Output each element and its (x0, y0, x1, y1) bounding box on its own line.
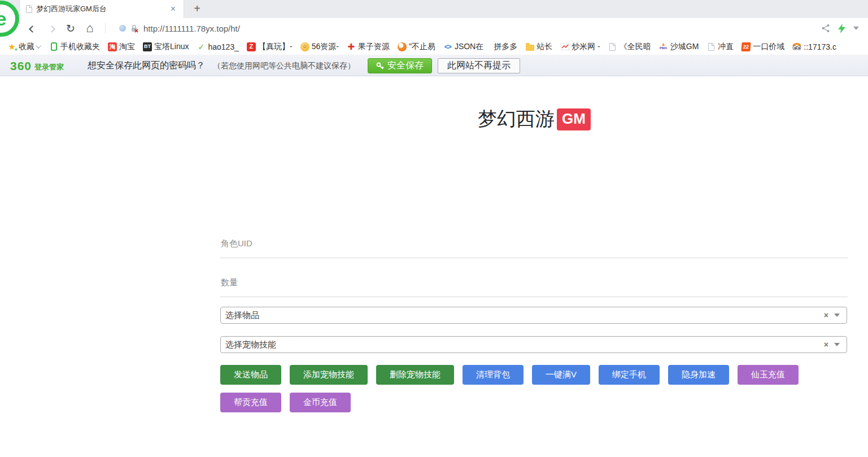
action-button-2[interactable]: 删除宠物技能 (376, 365, 454, 385)
cross-icon: ✚ (347, 42, 356, 51)
share-icon[interactable] (821, 24, 830, 33)
tab-title: 梦幻西游玩家GM后台 (36, 4, 168, 14)
bookmark-item[interactable]: 淘淘宝 (104, 40, 139, 54)
bookmark-label: 站长 (536, 42, 552, 52)
action-button-9[interactable]: 金币充值 (290, 393, 351, 412)
bookmark-label: 《全民暗 (620, 42, 651, 52)
gm-badge: GM (557, 108, 591, 130)
bookmark-item[interactable]: 《全民暗 (604, 40, 655, 54)
notification-question: 想安全保存此网页的密码吗？ (88, 60, 205, 72)
json-icon: <> (443, 42, 452, 51)
browser-tab[interactable]: 梦幻西游玩家GM后台 × (20, 0, 184, 18)
site-info-icon[interactable] (119, 25, 126, 32)
password-notification-bar: 360 登录管家 想安全保存此网页的密码吗？ （若您使用网吧等公共电脑不建议保存… (0, 55, 868, 76)
bookmark-item[interactable]: ★+收藏 (3, 40, 45, 54)
taobao-icon: 淘 (108, 42, 117, 51)
bookmark-item[interactable]: ▲PMA沙城GM (655, 40, 703, 54)
pet-skill-select[interactable]: 选择宠物技能 × (220, 336, 847, 353)
bookmark-item[interactable]: 手机收藏夹 (45, 40, 104, 54)
no-prompt-button[interactable]: 此网站不再提示 (438, 58, 520, 73)
pet-skill-select-value: 选择宠物技能 (225, 340, 818, 350)
tab-close-icon[interactable]: × (168, 4, 178, 14)
secure-save-button[interactable]: 安全保存 (368, 58, 432, 73)
star-icon: ★+ (7, 42, 16, 51)
bookmark-label: 冲直 (718, 42, 734, 52)
notification-hint: （若您使用网吧等公共电脑不建议保存） (213, 61, 355, 71)
bookmark-item[interactable]: ::17173.c (788, 40, 840, 54)
chevron-down-icon[interactable] (36, 43, 41, 49)
bookmark-label: ::17173.c (804, 42, 836, 51)
pma-icon: ▲PMA (659, 42, 668, 51)
action-button-4[interactable]: 一键满V (532, 365, 590, 385)
folder-icon (525, 42, 534, 51)
bookmark-item[interactable]: ☺56资源- (296, 40, 343, 54)
page-content: 梦幻西游GM 角色UID 数量 选择物品 × 选择宠物技能 × 发送物品添加宠物… (0, 76, 868, 456)
bookmark-item[interactable]: 拼多多 (487, 40, 521, 54)
page-title-text: 梦幻西游 (478, 108, 555, 129)
page-title: 梦幻西游GM (220, 106, 848, 132)
bookmark-item[interactable]: BT宝塔Linux (139, 40, 193, 54)
url-text[interactable]: http://1111111.78yx.top/ht/ (143, 24, 240, 33)
action-button-5[interactable]: 绑定手机 (599, 365, 660, 385)
phone-icon (49, 42, 58, 51)
bookmark-item[interactable]: ✓hao123_ (193, 40, 243, 54)
bookmark-item[interactable]: <>JSON在 (439, 40, 487, 54)
bookmark-item[interactable]: 站长 (521, 40, 556, 54)
bookmark-label: JSON在 (455, 42, 483, 52)
address-bar[interactable]: http://1111111.78yx.top/ht/ (111, 24, 821, 33)
swirl-icon (398, 42, 407, 51)
action-button-6[interactable]: 隐身加速 (668, 365, 729, 385)
page-icon (608, 42, 617, 51)
bookmark-label: "不止易 (409, 42, 435, 52)
action-buttons: 发送物品添加宠物技能删除宠物技能清理背包一键满V绑定手机隐身加速仙玉充值帮贡充值… (220, 365, 856, 412)
bookmark-item[interactable]: 炒米网 - (556, 40, 604, 54)
bt-icon: BT (143, 42, 152, 51)
refresh-button[interactable]: ↻ (61, 22, 80, 35)
bookmark-label: 宝塔Linux (154, 42, 189, 52)
bookmark-label: 炒米网 - (572, 42, 600, 52)
bookmark-label: 56资源- (312, 42, 339, 52)
action-button-0[interactable]: 发送物品 (220, 365, 281, 385)
item-select[interactable]: 选择物品 × (220, 307, 847, 324)
item-select-value: 选择物品 (225, 310, 818, 321)
quantity-input[interactable] (220, 280, 848, 297)
action-button-1[interactable]: 添加宠物技能 (290, 365, 368, 385)
item-select-clear-icon[interactable]: × (818, 311, 834, 320)
new-tab-button[interactable]: + (190, 2, 204, 16)
z-icon: Z (247, 42, 256, 51)
home-button[interactable]: ⌂ (80, 21, 99, 36)
key-icon (376, 62, 384, 70)
toolbar-chevron-icon[interactable] (853, 27, 859, 30)
bookmark-item[interactable]: 冲直 (703, 40, 738, 54)
badge22-icon: 22 (741, 42, 751, 51)
eyes-icon (792, 42, 801, 51)
secure-save-label: 安全保存 (387, 60, 424, 72)
tab-strip: e 梦幻西游玩家GM后台 × + (0, 0, 868, 18)
role-uid-input[interactable] (220, 241, 848, 258)
forward-button[interactable] (42, 22, 61, 34)
notification-brand-sub: 登录管家 (34, 62, 64, 72)
hao-icon: ✓ (197, 42, 206, 51)
notification-brand-logo: 360 (10, 59, 32, 73)
action-button-8[interactable]: 帮贡充值 (220, 393, 281, 412)
bookmark-item[interactable]: 22一口价域 (738, 40, 788, 54)
action-button-3[interactable]: 清理背包 (463, 365, 524, 385)
coin-icon: ☺ (300, 42, 309, 51)
bookmarks-bar: ★+收藏手机收藏夹淘淘宝BT宝塔Linux✓hao123_Z【真玩】-☺56资源… (0, 38, 868, 55)
pet-skill-select-clear-icon[interactable]: × (818, 340, 834, 349)
chart-icon (560, 42, 569, 51)
bookmark-label: 【真玩】- (258, 42, 293, 52)
bookmark-item[interactable]: "不止易 (394, 40, 439, 54)
bookmark-label: 淘宝 (119, 42, 135, 52)
insecure-lock-icon[interactable] (130, 24, 139, 33)
speed-bolt-icon[interactable] (838, 24, 845, 33)
bookmark-item[interactable]: ✚果子资源 (343, 40, 394, 54)
pet-skill-select-caret-icon[interactable] (834, 343, 840, 346)
bookmark-label: 手机收藏夹 (60, 42, 100, 52)
action-button-7[interactable]: 仙玉充值 (738, 365, 799, 385)
item-select-caret-icon[interactable] (834, 314, 840, 317)
bookmark-item[interactable]: Z【真玩】- (243, 40, 296, 54)
bookmark-label: 沙城GM (670, 42, 699, 52)
tab-page-icon (26, 5, 32, 13)
back-button[interactable] (23, 22, 42, 34)
